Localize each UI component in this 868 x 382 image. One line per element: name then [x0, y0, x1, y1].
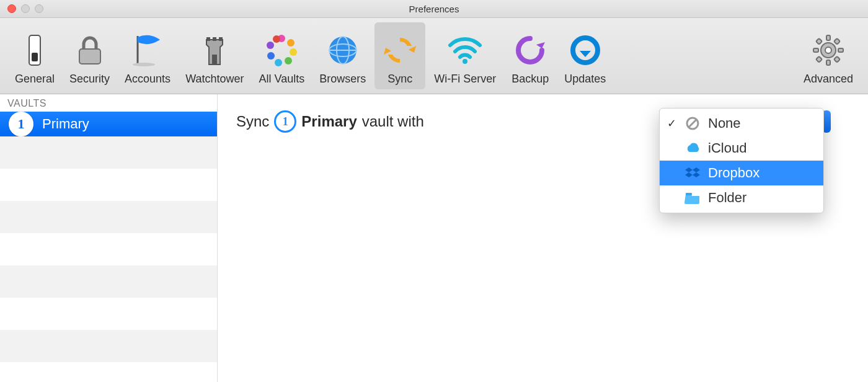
tab-general[interactable]: General [9, 22, 61, 89]
menu-item-icloud[interactable]: iCloud [660, 136, 823, 161]
sync-icon [383, 33, 417, 68]
svg-point-16 [273, 35, 280, 43]
svg-rect-25 [826, 35, 830, 40]
menu-item-none[interactable]: ✓ None [660, 111, 823, 136]
checkmark-icon: ✓ [666, 117, 677, 130]
sidebar-empty-rows [0, 136, 217, 382]
sync-suffix: vault with [362, 113, 424, 130]
tab-label: Watchtower [185, 73, 244, 86]
svg-point-13 [275, 59, 282, 66]
tab-label: Sync [388, 73, 412, 86]
gear-icon [811, 33, 846, 68]
svg-rect-1 [32, 53, 38, 61]
tab-label: Backup [512, 73, 549, 86]
preferences-toolbar: General Security Accounts Watchtower [0, 18, 868, 94]
vault-name: Primary [301, 113, 356, 130]
svg-rect-30 [834, 38, 840, 45]
svg-line-34 [689, 120, 696, 127]
svg-point-22 [573, 38, 598, 63]
tab-label: Wi-Fi Server [434, 73, 496, 86]
svg-point-10 [287, 39, 294, 47]
svg-rect-2 [79, 49, 100, 64]
sidebar-item-label: Primary [42, 116, 89, 132]
cloud-icon [684, 140, 701, 156]
sync-target-menu[interactable]: ✓ None iCloud [659, 108, 824, 213]
updates-icon [568, 33, 603, 68]
lock-icon [73, 33, 107, 68]
tab-label: Updates [564, 73, 606, 86]
tab-label: General [15, 73, 55, 86]
svg-rect-8 [212, 55, 217, 64]
window-title: Preferences [0, 4, 868, 14]
svg-rect-35 [686, 193, 692, 195]
none-icon [684, 115, 701, 131]
tab-watchtower[interactable]: Watchtower [179, 22, 250, 89]
svg-rect-32 [834, 56, 840, 63]
svg-rect-7 [219, 37, 223, 41]
tab-updates[interactable]: Updates [558, 22, 612, 89]
menu-item-dropbox[interactable]: Dropbox [660, 161, 823, 185]
sidebar-item-primary[interactable]: 1 Primary [0, 112, 217, 136]
tab-sync[interactable]: Sync [374, 22, 425, 89]
tab-label: Advanced [804, 73, 853, 86]
menu-item-label: iCloud [708, 140, 746, 156]
menu-item-label: Folder [708, 190, 746, 206]
menu-item-label: None [708, 115, 741, 131]
sidebar-header: VAULTS [0, 94, 217, 112]
svg-point-24 [825, 47, 831, 53]
tab-label: Security [69, 73, 110, 86]
tab-all-vaults[interactable]: All Vaults [252, 22, 311, 89]
sync-prefix: Sync [236, 113, 269, 130]
vault-icon: 1 [274, 110, 296, 133]
tab-security[interactable]: Security [63, 22, 116, 89]
tab-accounts[interactable]: Accounts [118, 22, 177, 89]
tab-label: Accounts [125, 73, 170, 86]
menu-item-label: Dropbox [708, 165, 760, 181]
tower-icon [197, 33, 232, 68]
svg-rect-5 [206, 37, 210, 41]
svg-rect-27 [813, 48, 818, 52]
slider-icon [17, 33, 52, 68]
svg-point-4 [133, 63, 155, 66]
vault-icon: 1 [9, 112, 33, 136]
wifi-icon [448, 33, 482, 68]
backup-icon [513, 33, 547, 68]
tab-advanced[interactable]: Advanced [797, 22, 859, 89]
svg-rect-31 [816, 56, 822, 63]
svg-point-14 [267, 52, 275, 60]
menu-item-folder[interactable]: Folder [660, 185, 823, 210]
svg-rect-28 [838, 48, 843, 52]
titlebar: Preferences [0, 0, 868, 18]
tab-backup[interactable]: Backup [505, 22, 556, 89]
svg-point-11 [290, 48, 297, 56]
flag-icon [130, 33, 165, 68]
globe-icon [326, 33, 360, 68]
svg-point-21 [463, 59, 467, 64]
svg-rect-29 [816, 38, 822, 45]
svg-point-15 [267, 42, 274, 49]
folder-icon [684, 190, 701, 206]
sync-pane: Sync 1 Primary vault with ✓ None [218, 94, 868, 382]
svg-rect-26 [826, 60, 830, 65]
svg-rect-6 [213, 37, 216, 41]
svg-point-12 [285, 57, 292, 64]
tab-label: Browsers [319, 73, 366, 86]
tab-browsers[interactable]: Browsers [313, 22, 372, 89]
dropbox-icon [684, 165, 701, 181]
vaults-sidebar: VAULTS 1 Primary [0, 94, 218, 382]
tab-wifi-server[interactable]: Wi-Fi Server [428, 22, 502, 89]
vaults-ring-icon [264, 33, 299, 68]
tab-label: All Vaults [259, 73, 304, 86]
